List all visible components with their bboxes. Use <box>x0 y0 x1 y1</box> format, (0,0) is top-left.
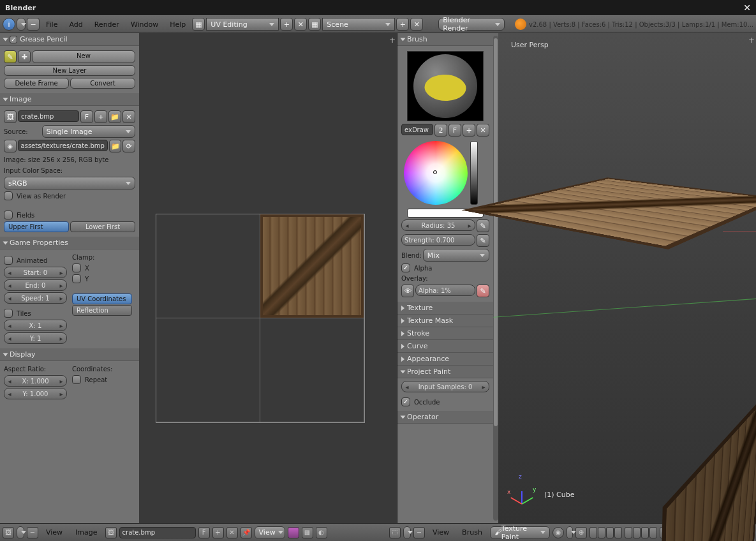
layer-btn[interactable] <box>625 527 632 538</box>
editor-3d-dd[interactable] <box>403 526 411 539</box>
scene-browse-icon[interactable]: ▦ <box>308 18 321 31</box>
expand-panel-icon[interactable]: + <box>389 36 396 45</box>
curve-header[interactable]: Curve <box>397 340 498 353</box>
brush-add-icon[interactable]: + <box>463 124 475 137</box>
operator-header[interactable]: Operator <box>397 411 498 424</box>
fake-user-footer[interactable]: F <box>198 527 210 538</box>
layout-del-icon[interactable]: ✕ <box>294 18 307 31</box>
brush-del-icon[interactable]: ✕ <box>477 124 489 137</box>
collapse-menu-icon[interactable]: − <box>27 18 40 31</box>
animated-checkbox[interactable] <box>4 256 13 265</box>
view-as-render-checkbox[interactable] <box>4 191 13 200</box>
stroke-header[interactable]: Stroke <box>397 327 498 340</box>
clamp-x-checkbox[interactable] <box>72 263 81 272</box>
new-layer-button[interactable]: New Layer <box>4 65 135 76</box>
uv-editor-viewport[interactable]: + <box>139 33 397 523</box>
game-properties-header[interactable]: Game Properties <box>0 237 139 249</box>
shading-icon[interactable]: ◉ <box>552 527 564 538</box>
value-slider[interactable] <box>470 141 478 205</box>
collapse-icon[interactable]: − <box>27 527 38 538</box>
channels-icon[interactable] <box>288 527 299 538</box>
overlay-brush-icon[interactable]: ✎ <box>477 285 489 297</box>
add-image-footer[interactable]: + <box>212 527 224 538</box>
close-icon[interactable]: ✕ <box>743 3 751 13</box>
shading-dd[interactable] <box>567 526 573 539</box>
image-path-field[interactable]: assets/textures/crate.bmp <box>18 140 108 151</box>
layer-btn[interactable] <box>589 527 597 538</box>
alpha-checkbox[interactable] <box>401 263 410 272</box>
pin-icon[interactable]: 📌 <box>241 527 252 538</box>
radius-pressure-icon[interactable]: ✎ <box>477 219 489 232</box>
fake-user-button[interactable]: F <box>80 110 93 123</box>
menu-window[interactable]: Window <box>126 19 163 31</box>
image-header[interactable]: Image <box>0 93 139 106</box>
info-icon[interactable]: i <box>3 18 15 31</box>
texture-mask-header[interactable]: Texture Mask <box>397 315 498 327</box>
unlink-image-icon[interactable]: ✕ <box>122 110 135 123</box>
engine-dropdown[interactable]: Blender Render <box>438 18 505 31</box>
image-name-field[interactable]: crate.bmp <box>18 110 79 122</box>
project-paint-header[interactable]: Project Paint <box>397 366 498 378</box>
end-field[interactable]: ◂End: 0▸ <box>4 279 67 291</box>
image-browse-icon[interactable]: 🖼 <box>105 527 117 538</box>
layer-btn[interactable] <box>606 527 614 538</box>
aspect-x-field[interactable]: ◂X: 1.000▸ <box>4 375 67 387</box>
pivot-icon[interactable]: ⊕ <box>575 527 587 538</box>
channels-icon3[interactable]: ◐ <box>316 527 327 538</box>
overlay-eye-icon[interactable]: 👁 <box>401 285 414 297</box>
editor-type-icon[interactable]: 🖼 <box>3 527 14 538</box>
tiles-y-field[interactable]: ◂Y: 1▸ <box>4 332 67 344</box>
editor-type-dd[interactable] <box>17 18 26 31</box>
grease-pencil-checkbox[interactable]: ✓ <box>10 36 17 43</box>
crate-object[interactable] <box>502 177 756 470</box>
image-name-footer[interactable]: crate.bmp <box>119 527 196 538</box>
uv-coordinates-button[interactable]: UV Coordinates <box>72 293 132 304</box>
tiles-x-field[interactable]: ◂X: 1▸ <box>4 320 67 331</box>
collapse-3d-icon[interactable]: − <box>413 527 425 538</box>
texture-header[interactable]: Texture <box>397 302 498 315</box>
menu-help[interactable]: Help <box>165 19 191 31</box>
aspect-y-field[interactable]: ◂Y: 1.000▸ <box>4 388 67 399</box>
unlink-footer[interactable]: ✕ <box>226 527 238 538</box>
layer-btn[interactable] <box>641 527 649 538</box>
menu-render[interactable]: Render <box>89 19 124 31</box>
delete-frame-button[interactable]: Delete Frame <box>4 78 69 89</box>
layer-btn[interactable] <box>649 527 657 538</box>
menu-file[interactable]: File <box>41 19 63 31</box>
start-field[interactable]: ◂Start: 0▸ <box>4 267 67 278</box>
layout-browse-icon[interactable]: ▦ <box>192 18 205 31</box>
image-path-icon[interactable]: ◈ <box>4 140 17 152</box>
grease-pencil-header[interactable]: ✓ Grease Pencil <box>0 33 139 46</box>
reload-icon[interactable]: ⟳ <box>122 140 135 152</box>
appearance-header[interactable]: Appearance <box>397 353 498 366</box>
colorspace-dropdown[interactable]: sRGB <box>4 177 135 189</box>
editor-dd[interactable] <box>17 526 24 539</box>
occlude-checkbox[interactable] <box>401 397 410 406</box>
brush-fake-user[interactable]: F <box>448 124 461 137</box>
repeat-checkbox[interactable] <box>72 375 81 384</box>
channels-icon2[interactable]: ▦ <box>302 527 313 538</box>
brush-users[interactable]: 2 <box>434 124 447 137</box>
input-samples-field[interactable]: ◂Input Samples: 0▸ <box>401 381 489 392</box>
overlay-alpha-field[interactable]: Alpha: 1% <box>415 285 475 296</box>
blend-dropdown[interactable]: Mix <box>423 249 489 262</box>
brush-preview[interactable] <box>407 51 484 121</box>
mode-dropdown[interactable]: 🖌 Texture Paint <box>490 526 550 539</box>
layer-btn[interactable] <box>598 527 605 538</box>
fields-checkbox[interactable] <box>4 211 13 219</box>
layout-add-icon[interactable]: + <box>280 18 293 31</box>
layer-btn[interactable] <box>633 527 641 538</box>
source-dropdown[interactable]: Single Image <box>42 125 135 138</box>
reflection-button[interactable]: Reflection <box>72 305 132 316</box>
new-button[interactable]: New <box>32 50 135 63</box>
plus-icon[interactable]: ✚ <box>18 50 31 63</box>
view-mode-dd[interactable]: View <box>255 526 285 539</box>
display-header[interactable]: Display <box>0 348 139 361</box>
file-browser-icon[interactable]: 📁 <box>109 140 122 152</box>
image-browse-icon[interactable]: 🖼 <box>4 110 17 123</box>
layout-dropdown[interactable]: UV Editing <box>206 18 279 31</box>
editor-type-3d-icon[interactable]: ⬚ <box>389 527 401 538</box>
scrollbar[interactable] <box>493 36 498 521</box>
3d-view-menu[interactable]: View <box>427 526 454 538</box>
open-image-icon[interactable]: 📁 <box>108 110 121 123</box>
